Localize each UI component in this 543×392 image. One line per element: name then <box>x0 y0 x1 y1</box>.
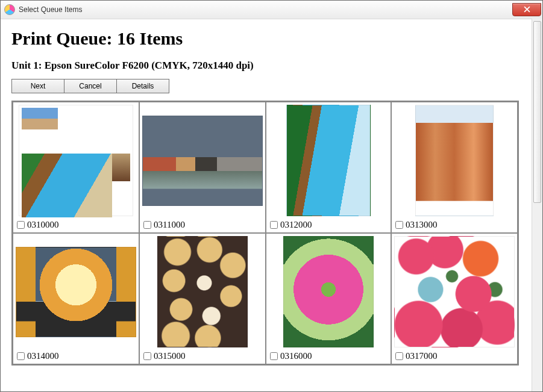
thumbnail <box>266 102 391 219</box>
next-button[interactable]: Next <box>11 79 64 93</box>
queue-item[interactable]: 0313000 <box>391 102 518 233</box>
item-checkbox[interactable] <box>270 221 278 229</box>
scrollbar-thumb[interactable] <box>533 21 541 203</box>
item-checkbox[interactable] <box>143 221 151 229</box>
queue-grid: 0310000 0311000 0312 <box>11 101 519 366</box>
page-title: Print Queue: 16 Items <box>11 28 532 49</box>
queue-item[interactable]: 0317000 <box>391 233 518 364</box>
queue-item[interactable]: 0312000 <box>266 102 391 233</box>
item-checkbox[interactable] <box>270 352 278 360</box>
item-id-label: 0314000 <box>27 351 59 361</box>
thumbnail <box>392 234 517 350</box>
item-checkbox[interactable] <box>395 221 403 229</box>
thumbnail <box>266 234 391 350</box>
item-checkbox[interactable] <box>395 352 403 360</box>
thumbnail <box>392 102 517 219</box>
item-checkbox[interactable] <box>17 221 25 229</box>
thumbnail <box>13 102 139 219</box>
app-icon <box>4 4 15 15</box>
thumbnail <box>13 234 139 350</box>
queue-item[interactable]: 0310000 <box>13 102 139 233</box>
window: Select Queue Items Print Queue: 16 Items… <box>0 0 543 392</box>
cancel-button[interactable]: Cancel <box>64 79 117 93</box>
item-id-label: 0317000 <box>406 351 438 361</box>
item-id-label: 0311000 <box>154 220 185 230</box>
titlebar: Select Queue Items <box>1 1 542 19</box>
item-id-label: 0310000 <box>27 220 59 230</box>
thumbnail <box>140 102 265 219</box>
content-area: Print Queue: 16 Items Unit 1: Epson Sure… <box>1 19 532 391</box>
queue-item[interactable]: 0316000 <box>266 233 391 364</box>
queue-item[interactable]: 0311000 <box>139 102 266 233</box>
item-id-label: 0312000 <box>280 220 312 230</box>
queue-item[interactable]: 0314000 <box>13 233 139 364</box>
vertical-scrollbar[interactable] <box>532 19 542 391</box>
window-title: Select Queue Items <box>19 5 82 14</box>
thumbnail <box>140 234 265 350</box>
details-button[interactable]: Details <box>117 79 169 93</box>
item-id-label: 0313000 <box>406 220 438 230</box>
toolbar: Next Cancel Details <box>11 79 532 93</box>
item-checkbox[interactable] <box>17 352 25 360</box>
printer-subtitle: Unit 1: Epson SureColor F6200 (CMYK, 720… <box>11 60 532 72</box>
item-id-label: 0315000 <box>154 351 186 361</box>
window-close-button[interactable] <box>512 3 541 16</box>
item-id-label: 0316000 <box>280 351 312 361</box>
queue-item[interactable]: 0315000 <box>139 233 266 364</box>
item-checkbox[interactable] <box>143 352 151 360</box>
close-icon <box>524 6 530 13</box>
